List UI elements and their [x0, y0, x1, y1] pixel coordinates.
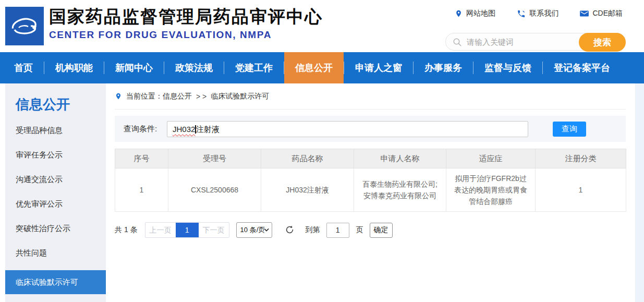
- sidebar-item-clinical-trial-implied-license[interactable]: 临床试验默示许可: [5, 270, 106, 294]
- table-row: 1 CXSL2500668 JH032注射液 百泰生物药业有限公司; 安博泰克药…: [115, 168, 626, 212]
- nav-item-functions[interactable]: 机构职能: [44, 52, 104, 83]
- sidebar-item-common-issues[interactable]: 共性问题: [5, 240, 106, 265]
- query-value-misspelled: JH032: [173, 125, 195, 134]
- table-header-row: 序号 受理号 药品名称 申请人名称 适应症 注册分类: [115, 149, 626, 168]
- column-header-applicant: 申请人名称: [354, 149, 446, 168]
- breadcrumb-label: 当前位置：: [126, 92, 163, 101]
- cell-seq: 1: [115, 168, 168, 212]
- breadcrumb-separator: > >: [196, 92, 206, 101]
- sidebar: 信息公开 受理品种信息 审评任务公示 沟通交流公示 优先审评公示 突破性治疗公示…: [5, 83, 106, 302]
- query-condition-label: 查询条件:: [124, 124, 157, 134]
- results-table: 序号 受理号 药品名称 申请人名称 适应症 注册分类 1 CXSL2500668…: [115, 149, 626, 212]
- cell-acceptance-no: CXSL2500668: [168, 168, 261, 212]
- page-size-select[interactable]: 10 条/页: [236, 222, 272, 238]
- prev-page-button[interactable]: 上一页: [145, 223, 176, 237]
- current-page-button[interactable]: 1: [176, 223, 199, 237]
- query-panel: 查询条件: JH032注射液 查询: [115, 116, 626, 142]
- sitemap-label: 网站地图: [466, 9, 495, 18]
- next-page-button[interactable]: 下一页: [199, 223, 229, 237]
- contact-label: 联系我们: [529, 9, 558, 18]
- site-title-en: CENTER FOR DRUG EVALUATION, NMPA: [49, 27, 323, 43]
- query-input[interactable]: JH032注射液: [167, 121, 528, 137]
- cell-indication: 拟用于治疗FGFR2b过表达的晚期胃癌或胃食管结合部腺癌: [446, 168, 536, 212]
- breadcrumb: 当前位置： 信息公开 > > 临床试验默示许可: [115, 83, 626, 110]
- page-unit-label: 页: [356, 225, 363, 235]
- total-count-text: 共 1 条: [115, 225, 138, 235]
- sidebar-item-breakthrough-therapy[interactable]: 突破性治疗公示: [5, 216, 106, 240]
- nav-item-info-disclosure[interactable]: 信息公开: [284, 52, 344, 83]
- goto-page-input[interactable]: [326, 223, 349, 238]
- nav-item-home[interactable]: 首页: [3, 52, 44, 83]
- refresh-icon: [285, 225, 295, 235]
- site-search-bar: 搜索: [445, 33, 626, 51]
- column-header-acceptance-no: 受理号: [168, 149, 261, 168]
- sidebar-item-priority-review[interactable]: 优先审评公示: [5, 191, 106, 216]
- site-search-input[interactable]: [467, 34, 571, 50]
- nav-item-services[interactable]: 办事服务: [414, 52, 473, 83]
- main-content: 当前位置： 信息公开 > > 临床试验默示许可 查询条件: JH032注射液 查…: [115, 83, 626, 238]
- column-header-indication: 适应症: [446, 149, 536, 168]
- mail-icon: [580, 10, 589, 17]
- cde-mail-link[interactable]: CDE邮箱: [580, 9, 623, 18]
- cde-logo: [5, 7, 44, 45]
- site-header: 国家药品监督管理局药品审评中心 CENTER FOR DRUG EVALUATI…: [0, 0, 644, 52]
- site-search-button[interactable]: 搜索: [579, 33, 626, 52]
- column-header-drug-name: 药品名称: [261, 149, 354, 168]
- page-body: 信息公开 受理品种信息 审评任务公示 沟通交流公示 优先审评公示 突破性治疗公示…: [0, 83, 644, 302]
- column-header-seq: 序号: [115, 149, 168, 168]
- location-pin-icon: [115, 92, 122, 101]
- location-pin-icon: [455, 9, 463, 18]
- nav-item-applicant-window[interactable]: 申请人之窗: [344, 52, 413, 83]
- sidebar-item-communication[interactable]: 沟通交流公示: [5, 167, 106, 191]
- phone-icon: [517, 9, 526, 18]
- contact-link[interactable]: 联系我们: [517, 9, 558, 18]
- sitemap-link[interactable]: 网站地图: [455, 9, 495, 18]
- breadcrumb-info-disclosure[interactable]: 信息公开: [163, 92, 192, 101]
- confirm-button[interactable]: 确定: [370, 223, 393, 238]
- cell-applicant: 百泰生物药业有限公司; 安博泰克药业有限公司: [354, 168, 446, 212]
- nav-item-policy[interactable]: 政策法规: [164, 52, 224, 83]
- sidebar-item-review-tasks[interactable]: 审评任务公示: [5, 142, 106, 167]
- pager-group: 上一页 1 下一页: [145, 222, 229, 238]
- page-size-value: 10 条/页: [240, 225, 265, 235]
- quick-links: 网站地图 联系我们 CDE邮箱: [445, 7, 626, 20]
- sidebar-title: 信息公开: [5, 95, 106, 114]
- breadcrumb-current-page: 临床试验默示许可: [211, 92, 269, 101]
- sidebar-item-accepted-varieties[interactable]: 受理品种信息: [5, 118, 106, 142]
- sidebar-list: 受理品种信息 审评任务公示 沟通交流公示 优先审评公示 突破性治疗公示 共性问题…: [5, 118, 106, 294]
- header-right: 网站地图 联系我们 CDE邮箱 搜索: [445, 7, 626, 51]
- chevron-down-icon: [264, 228, 269, 232]
- site-title-cn: 国家药品监督管理局药品审评中心: [49, 6, 323, 27]
- query-value-rest: 注射液: [196, 125, 220, 134]
- refresh-button[interactable]: [285, 225, 295, 235]
- cell-registration-class: 1: [536, 168, 626, 212]
- main-nav: 首页 机构职能 新闻中心 政策法规 党建工作 信息公开 申请人之窗 办事服务 监…: [0, 52, 644, 83]
- brand-block: 国家药品监督管理局药品审评中心 CENTER FOR DRUG EVALUATI…: [49, 6, 323, 43]
- column-header-registration-class: 注册分类: [536, 149, 626, 168]
- cde-mail-label: CDE邮箱: [592, 9, 623, 18]
- goto-page-label: 到第: [306, 225, 320, 235]
- nav-item-registration-platform[interactable]: 登记备案平台: [543, 52, 621, 83]
- pagination-bar: 共 1 条 上一页 1 下一页 10 条/页 到第 页 确定: [115, 222, 626, 238]
- nav-item-party[interactable]: 党建工作: [224, 52, 284, 83]
- nav-item-supervision[interactable]: 监督与反馈: [473, 52, 542, 83]
- nav-item-news[interactable]: 新闻中心: [104, 52, 164, 83]
- cell-drug-name: JH032注射液: [261, 168, 354, 212]
- query-button[interactable]: 查询: [553, 122, 586, 137]
- right-margin-strip: [635, 83, 644, 302]
- search-icon: [453, 38, 462, 47]
